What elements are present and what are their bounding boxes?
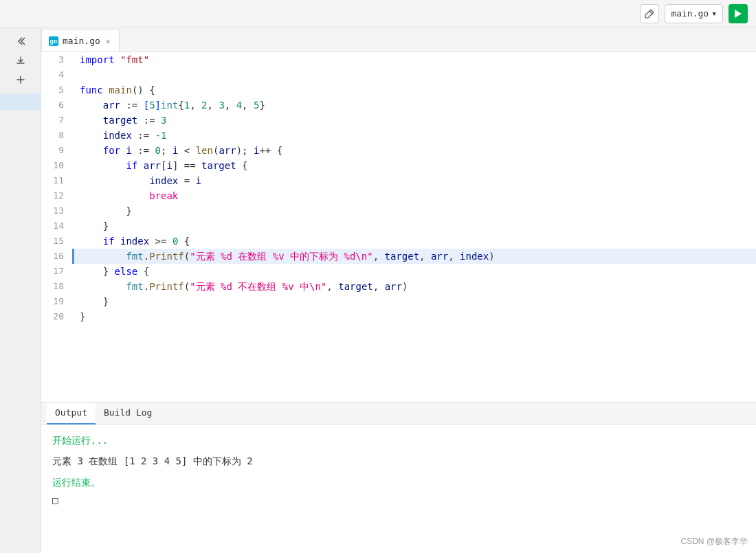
code-line-4: 4 <box>41 67 756 82</box>
output-tab-label: Output <box>55 407 87 418</box>
code-line-8: 8 index := -1 <box>41 128 756 143</box>
editor-container: go main.go ✕ 3 import "fmt" 4 5 func mai… <box>41 27 756 553</box>
code-line-15: 15 if index >= 0 { <box>41 234 756 249</box>
output-panel: Output Build Log 开始运行... 元素 3 在数组 [1 2 3… <box>41 402 756 553</box>
build-log-tab-label: Build Log <box>104 407 152 418</box>
build-button[interactable] <box>640 4 659 23</box>
tab-close-button[interactable]: ✕ <box>104 36 112 47</box>
code-line-20: 20 } <box>41 309 756 324</box>
active-file-indicator <box>0 93 41 110</box>
output-done-text: 运行结束。 <box>52 475 745 490</box>
run-selector[interactable]: main.go ▾ <box>665 4 723 23</box>
collapse-sidebar-button[interactable] <box>11 33 30 49</box>
code-line-17: 17 } else { <box>41 264 756 279</box>
tab-main-go[interactable]: go main.go ✕ <box>41 30 120 52</box>
code-line-3: 3 import "fmt" <box>41 52 756 67</box>
code-line-5: 5 func main() { <box>41 82 756 98</box>
run-button[interactable] <box>729 4 748 23</box>
output-running-text: 开始运行... <box>52 433 745 448</box>
credit-text: CSDN @极客李华 <box>680 536 748 548</box>
output-content: 开始运行... 元素 3 在数组 [1 2 3 4 5] 中的下标为 2 运行结… <box>41 425 756 553</box>
output-result-text: 元素 3 在数组 [1 2 3 4 5] 中的下标为 2 <box>52 453 745 469</box>
chevron-down-icon: ▾ <box>711 8 717 19</box>
code-line-6: 6 arr := [5]int{1, 2, 3, 4, 5} <box>41 98 756 113</box>
sidebar <box>0 27 41 553</box>
code-editor[interactable]: 3 import "fmt" 4 5 func main() { 6 arr :… <box>41 52 756 402</box>
run-file-label: main.go <box>671 8 709 19</box>
output-tab-bar: Output Build Log <box>41 403 756 425</box>
output-cursor: □ <box>52 493 745 508</box>
code-line-7: 7 target := 3 <box>41 113 756 128</box>
download-button[interactable] <box>11 52 30 69</box>
code-line-13: 13 } <box>41 203 756 218</box>
code-line-14: 14 } <box>41 218 756 234</box>
code-line-12: 12 break <box>41 188 756 203</box>
tab-label: main.go <box>63 36 100 46</box>
code-line-10: 10 if arr[i] == target { <box>41 158 756 173</box>
tab-bar: go main.go ✕ <box>41 27 756 52</box>
code-line-16: 16 fmt.Printf("元素 %d 在数组 %v 中的下标为 %d\n",… <box>41 249 756 264</box>
output-tab-buildlog[interactable]: Build Log <box>96 403 160 425</box>
code-line-18: 18 fmt.Printf("元素 %d 不在数组 %v 中\n", targe… <box>41 279 756 294</box>
main-container: go main.go ✕ 3 import "fmt" 4 5 func mai… <box>0 27 756 553</box>
add-file-button[interactable] <box>11 71 30 88</box>
go-file-icon: go <box>49 36 58 46</box>
code-line-11: 11 index = i <box>41 173 756 188</box>
toolbar: main.go ▾ <box>0 0 756 27</box>
output-tab-output[interactable]: Output <box>47 403 96 425</box>
svg-marker-0 <box>735 10 742 18</box>
code-line-9: 9 for i := 0; i < len(arr); i++ { <box>41 143 756 158</box>
code-line-19: 19 } <box>41 294 756 309</box>
